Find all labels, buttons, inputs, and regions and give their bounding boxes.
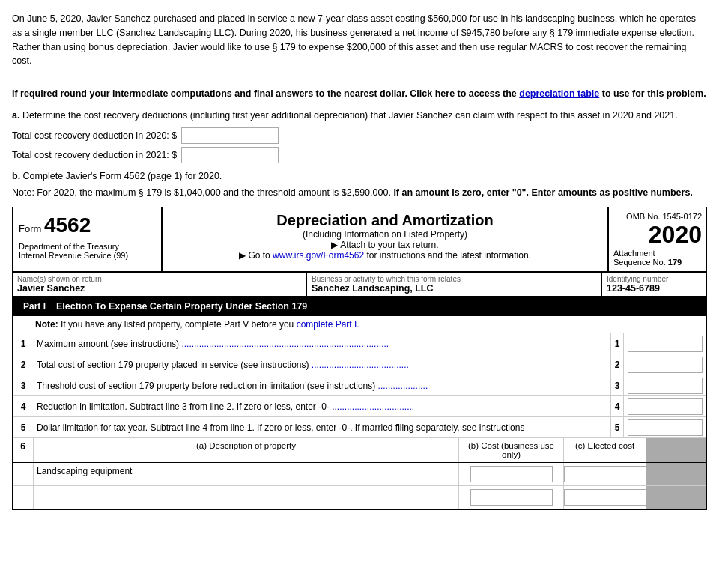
line-1-input[interactable] — [628, 336, 703, 352]
note-text: Note: For 2020, the maximum § 179 is $1,… — [12, 186, 707, 200]
cost-recovery-2020-row: Total cost recovery deduction in 2020: $ — [12, 127, 707, 144]
line6-row1-elected — [564, 463, 646, 485]
line-4-row: 4 Reduction in limitation. Subtract line… — [13, 396, 706, 417]
line6-col-c-header: (c) Elected cost — [564, 438, 646, 462]
line6-row1-cost — [459, 463, 564, 485]
cost-recovery-2020-label: Total cost recovery deduction in 2020: $ — [12, 130, 177, 141]
activity-value: Sanchez Landscaping, LLC — [312, 283, 596, 294]
id-cell: Identifying number 123-45-6789 — [601, 273, 706, 296]
cost-recovery-2020-input[interactable] — [181, 127, 279, 144]
part1-note-row: Note: If you have any listed property, c… — [13, 316, 706, 333]
line-4-num: 4 — [13, 398, 34, 415]
form-main-title: Depreciation and Amortization — [167, 212, 603, 229]
bold-instruction: If required round your intermediate comp… — [12, 87, 707, 101]
line6-row1-desc: Landscaping equipment — [34, 463, 459, 485]
line6-row2-cost — [459, 486, 564, 509]
section-b: b. Complete Javier's Form 4562 (page 1) … — [12, 171, 707, 181]
line-2-input-area — [624, 355, 706, 375]
cost-recovery-2021-label: Total cost recovery deduction in 2021: $ — [12, 150, 177, 160]
line6-row-1: Landscaping equipment — [13, 463, 706, 486]
line6-header: 6 (a) Description of property (b) Cost (… — [13, 438, 706, 463]
cost-recovery-2021-row: Total cost recovery deduction in 2021: $ — [12, 147, 707, 163]
line-5-desc: Dollar limitation for tax year. Subtract… — [34, 419, 610, 436]
name-value: Javier Sanchez — [17, 283, 302, 294]
name-cell: Name(s) shown on return Javier Sanchez — [13, 273, 307, 296]
name-row: Name(s) shown on return Javier Sanchez B… — [13, 273, 706, 297]
line6-row1-cost-input[interactable] — [470, 466, 553, 482]
line-2-input[interactable] — [628, 357, 703, 373]
line-3-num: 3 — [13, 378, 34, 394]
line-1-input-area — [624, 334, 706, 354]
line6-row2-num — [13, 486, 34, 509]
line-2-right-num: 2 — [610, 354, 624, 375]
line6-row1-num — [13, 463, 34, 485]
line6-row1-elected-input[interactable] — [564, 466, 646, 482]
line-2-desc: Total cost of section 179 property place… — [34, 357, 610, 373]
line-4-right-num: 4 — [610, 396, 624, 416]
line-1-num: 1 — [13, 336, 34, 352]
line-2-row: 2 Total cost of section 179 property pla… — [13, 354, 706, 375]
irs-link[interactable]: www.irs.gov/Form4562 — [273, 250, 364, 261]
line-5-right-num: 5 — [610, 417, 624, 437]
activity-cell: Business or activity to which this form … — [307, 273, 601, 296]
form-title-area: Depreciation and Amortization (Including… — [163, 207, 609, 271]
line6-row2-elected-input[interactable] — [564, 489, 646, 506]
line-5-input-area — [624, 418, 706, 437]
cost-recovery-2021-input[interactable] — [181, 147, 279, 163]
dept-label: Department of the Treasury — [19, 242, 155, 251]
instruction-text: If required round your intermediate comp… — [12, 88, 517, 99]
part1-header: Part I Election To Expense Certain Prope… — [13, 297, 706, 316]
line-3-right-num: 3 — [610, 375, 624, 395]
part1-title: Election To Expense Certain Property Und… — [56, 301, 307, 312]
depreciation-link[interactable]: depreciation table — [519, 88, 599, 99]
line-3-input[interactable] — [628, 378, 703, 394]
sequence-label: Sequence No. 179 — [613, 258, 702, 267]
part1-note: If you have any listed property, complet… — [61, 319, 360, 330]
line-5-num: 5 — [13, 419, 34, 436]
line6-row-2 — [13, 486, 706, 509]
line-4-input[interactable] — [628, 398, 703, 415]
line-2-num: 2 — [13, 357, 34, 373]
section-a-text: Determine the cost recovery deductions (… — [22, 110, 678, 121]
form-4562: Form 4562 Department of the Treasury Int… — [12, 207, 707, 510]
line6-col-d-header — [646, 438, 706, 462]
id-label: Identifying number — [607, 275, 702, 283]
line-1-row: 1 Maximum amount (see instructions) ....… — [13, 333, 706, 354]
form-header: Form 4562 Department of the Treasury Int… — [13, 207, 706, 273]
form-left: Form 4562 Department of the Treasury Int… — [13, 207, 163, 271]
line-1-desc: Maximum amount (see instructions) ......… — [34, 336, 610, 352]
intro-paragraph: On June 5, 2020, Javier Sanchez purchase… — [12, 12, 707, 68]
line-4-desc: Reduction in limitation. Subtract line 3… — [34, 398, 610, 415]
line-3-row: 3 Threshold cost of section 179 property… — [13, 375, 706, 396]
line-3-desc: Threshold cost of section 179 property b… — [34, 378, 610, 394]
line6-col-a-header: (a) Description of property — [34, 438, 459, 462]
line-5-input[interactable] — [628, 419, 703, 436]
id-value: 123-45-6789 — [607, 283, 702, 294]
line-5-row: 5 Dollar limitation for tax year. Subtra… — [13, 417, 706, 438]
section-a-label: a. Determine the cost recovery deduction… — [12, 109, 707, 123]
line6-row2-desc — [34, 486, 459, 509]
form-word: Form — [19, 223, 41, 234]
line6-num: 6 — [13, 438, 34, 462]
omb-label: OMB No. 1545-0172 — [613, 212, 702, 221]
part1-label: Part I — [19, 300, 50, 313]
form-number: 4562 — [44, 213, 91, 237]
instruction-end: to use for this problem. — [602, 88, 706, 99]
activity-label: Business or activity to which this form … — [312, 275, 596, 283]
form-subtitle3: ▶ Go to www.irs.gov/Form4562 for instruc… — [167, 250, 603, 261]
attachment-label: Attachment — [613, 249, 702, 258]
line-4-input-area — [624, 397, 706, 416]
line6-row2-cost-input[interactable] — [470, 489, 553, 506]
line-1-right-num: 1 — [610, 333, 624, 354]
form-subtitle1: (Including Information on Listed Propert… — [167, 229, 603, 240]
line6-row1-gray — [646, 463, 706, 485]
form-label: Form 4562 — [19, 213, 155, 237]
irs-label: Internal Revenue Service (99) — [19, 251, 155, 260]
line-3-input-area — [624, 376, 706, 395]
form-right: OMB No. 1545-0172 2020 Attachment Sequen… — [609, 207, 706, 271]
line6-row2-elected — [564, 486, 646, 509]
line6-col-b-header: (b) Cost (business use only) — [459, 438, 564, 462]
name-label: Name(s) shown on return — [17, 275, 302, 283]
line6-row2-gray — [646, 486, 706, 509]
form-subtitle2: ▶ Attach to your tax return. — [167, 240, 603, 250]
